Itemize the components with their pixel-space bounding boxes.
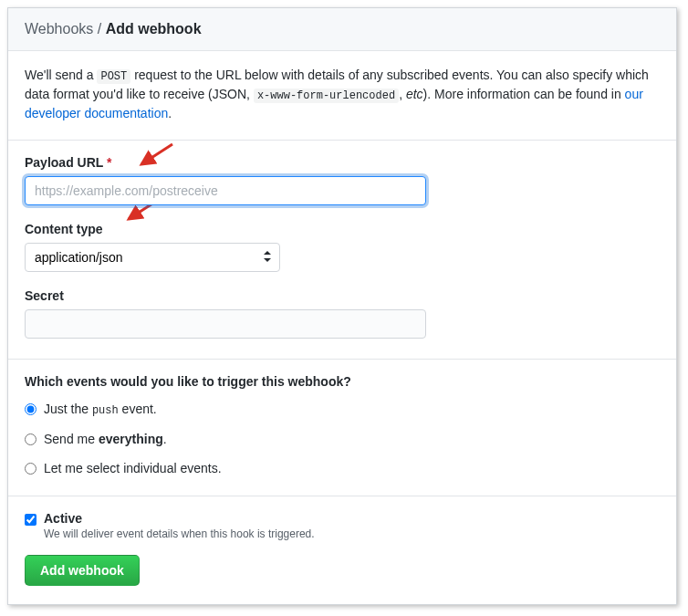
event-option-everything[interactable]: Send me everything. (25, 432, 660, 446)
required-indicator: * (107, 155, 111, 170)
events-heading: Which events would you like to trigger t… (25, 374, 660, 389)
add-webhook-form: Webhooks / Add webhook We'll send a POST… (7, 7, 677, 605)
secret-group: Secret (25, 288, 660, 339)
breadcrumb-parent[interactable]: Webhooks (25, 21, 93, 37)
payload-url-group: Payload URL * (25, 155, 660, 205)
breadcrumb: Webhooks / Add webhook (8, 8, 676, 51)
form-description: We'll send a POST request to the URL bel… (8, 51, 676, 141)
active-description: We will deliver event details when this … (44, 527, 315, 540)
active-checkbox-row: Active We will deliver event details whe… (25, 511, 660, 540)
active-label: Active (44, 511, 315, 526)
payload-url-input[interactable] (25, 176, 426, 205)
content-type-label: Content type (25, 222, 660, 236)
active-checkbox[interactable] (25, 514, 36, 526)
breadcrumb-current: Add webhook (106, 21, 202, 37)
form-urlencoded-code: x-www-form-urlencoded (254, 89, 399, 103)
event-radio-push[interactable] (25, 403, 36, 415)
breadcrumb-separator: / (93, 21, 105, 37)
footer-section: Active We will deliver event details whe… (8, 496, 676, 604)
content-type-select[interactable]: application/json (25, 243, 280, 272)
webhook-config-section: Payload URL * Content type application/j… (8, 141, 676, 360)
secret-label: Secret (25, 288, 660, 303)
event-radio-everything[interactable] (25, 433, 36, 445)
events-section: Which events would you like to trigger t… (8, 360, 676, 496)
payload-url-label: Payload URL * (25, 155, 660, 170)
event-option-individual[interactable]: Let me select individual events. (25, 461, 660, 475)
post-method-code: POST (97, 69, 130, 84)
add-webhook-button[interactable]: Add webhook (25, 555, 140, 586)
event-radio-individual[interactable] (25, 463, 36, 475)
content-type-group: Content type application/json (25, 222, 660, 272)
event-option-push[interactable]: Just the push event. (25, 402, 660, 417)
secret-input[interactable] (25, 309, 426, 339)
